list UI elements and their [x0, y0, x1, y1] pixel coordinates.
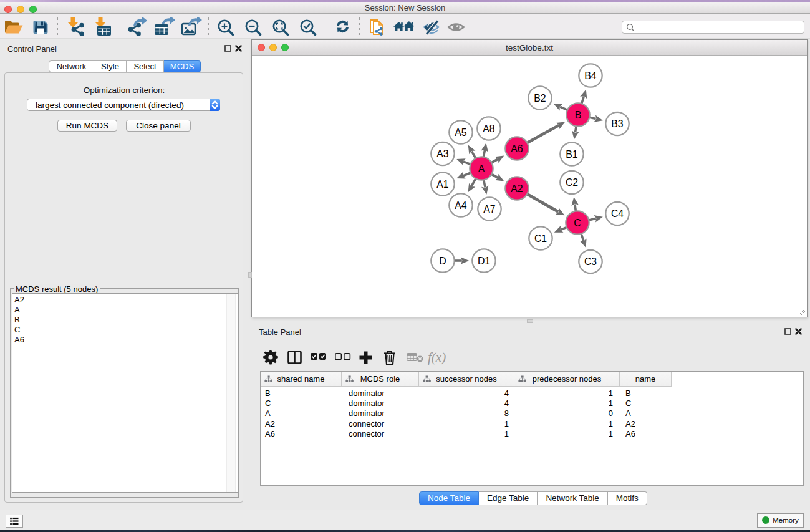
svg-text:A6: A6: [511, 143, 523, 154]
svg-text:A: A: [478, 163, 485, 174]
svg-text:C: C: [574, 218, 581, 228]
svg-text:B1: B1: [566, 149, 578, 160]
svg-text:C4: C4: [611, 208, 624, 219]
svg-text:B: B: [575, 110, 582, 120]
svg-text:A4: A4: [455, 200, 467, 211]
svg-text:A3: A3: [436, 148, 449, 159]
svg-text:A1: A1: [436, 179, 449, 190]
svg-text:B3: B3: [611, 118, 624, 129]
svg-text:C3: C3: [584, 256, 597, 267]
svg-text:A5: A5: [455, 127, 467, 138]
svg-text:C2: C2: [566, 177, 578, 188]
svg-text:B4: B4: [584, 70, 597, 81]
svg-text:A8: A8: [483, 123, 495, 134]
svg-text:C1: C1: [534, 233, 547, 244]
svg-text:A2: A2: [511, 183, 523, 194]
svg-text:D: D: [439, 256, 446, 266]
svg-text:D1: D1: [478, 256, 490, 266]
svg-text:A7: A7: [483, 204, 495, 215]
svg-text:B2: B2: [534, 93, 546, 104]
